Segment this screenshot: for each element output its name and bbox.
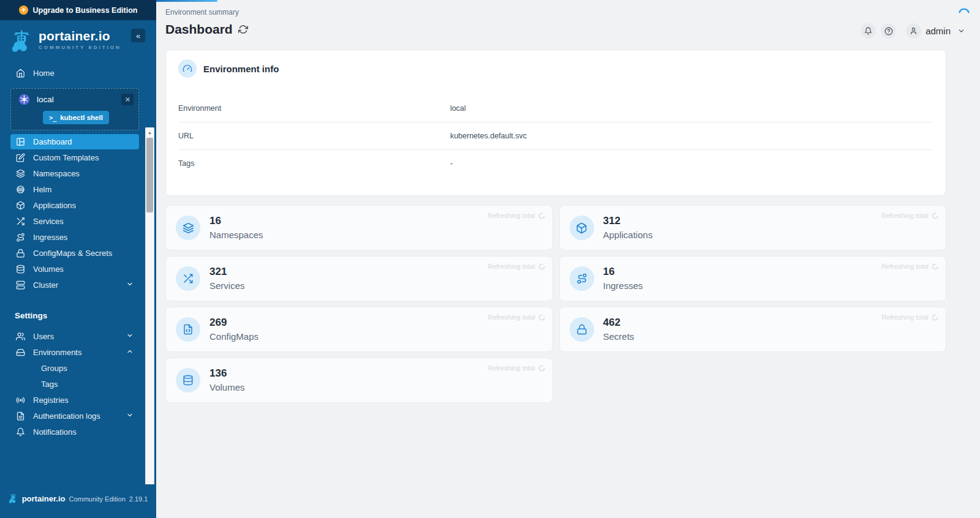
sidebar-item-label: Environments [33, 348, 81, 357]
table-row: Tags - [178, 150, 933, 177]
header-actions: admin [861, 23, 965, 39]
scroll-up-arrow-icon[interactable]: ▲ [146, 129, 154, 137]
main-content: Environment summary Dashboard admin Envi… [156, 0, 980, 518]
help-button[interactable] [881, 23, 896, 39]
sidebar-item-applications[interactable]: Applications [10, 198, 139, 213]
sidebar-item-home[interactable]: Home [10, 66, 139, 81]
spinner-icon [932, 263, 938, 270]
radio-icon [16, 396, 25, 405]
chevron-down-icon [957, 27, 965, 35]
stat-count: 16 [209, 215, 263, 227]
stat-count: 321 [209, 266, 245, 278]
refreshing-label: Refreshing total [881, 263, 929, 270]
stat-label: ConfigMaps [209, 331, 258, 342]
sidebar-item-groups[interactable]: Groups [10, 361, 139, 376]
refreshing-total-indicator: Refreshing total [881, 313, 938, 321]
brand-name: portainer.io [39, 29, 121, 43]
sidebar-item-configmaps-secrets[interactable]: ConfigMaps & Secrets [10, 246, 139, 261]
row-label: Environment [178, 104, 450, 113]
sidebar-item-label: Cluster [33, 280, 58, 290]
volumes-card[interactable]: 136 Volumes Refreshing total [165, 358, 553, 403]
stat-label: Ingresses [603, 280, 643, 291]
server-icon [16, 280, 25, 290]
refresh-icon[interactable] [238, 24, 248, 34]
stat-label: Namespaces [209, 229, 263, 241]
environment-close-button[interactable] [121, 94, 134, 105]
sidebar-item-namespaces[interactable]: Namespaces [10, 166, 139, 181]
upgrade-banner[interactable]: Upgrade to Business Edition [0, 0, 156, 20]
user-name: admin [925, 26, 951, 36]
stat-label: Volumes [209, 381, 245, 393]
box-icon [16, 201, 25, 210]
refreshing-total-indicator: Refreshing total [488, 364, 545, 372]
applications-card[interactable]: 312 Applications Refreshing total [559, 205, 947, 250]
loading-spinner-icon [957, 4, 971, 18]
ingresses-card[interactable]: 16 Ingresses Refreshing total [559, 256, 947, 301]
sidebar-item-dashboard[interactable]: Dashboard [10, 134, 139, 149]
sidebar-item-users[interactable]: Users [10, 329, 139, 344]
sidebar-item-label: Ingresses [33, 233, 67, 242]
refreshing-total-indicator: Refreshing total [881, 212, 938, 219]
namespaces-card[interactable]: 16 Namespaces Refreshing total [165, 205, 553, 250]
notifications-button[interactable] [861, 23, 876, 39]
sidebar-item-notifications[interactable]: Notifications [10, 424, 139, 440]
breadcrumb[interactable]: Environment summary [165, 0, 946, 17]
refreshing-label: Refreshing total [488, 364, 535, 372]
users-icon [16, 332, 25, 341]
bell-icon [16, 427, 25, 437]
chevron-down-icon [126, 411, 134, 421]
environment-box: local >_ kubectl shell [10, 88, 139, 130]
secrets-card[interactable]: 462 Secrets Refreshing total [559, 307, 947, 352]
spinner-icon [538, 314, 545, 321]
user-menu[interactable]: admin [906, 23, 965, 39]
sidebar-item-helm[interactable]: Helm [10, 182, 139, 197]
sidebar-item-cluster[interactable]: Cluster [10, 277, 139, 293]
sidebar: Upgrade to Business Edition portainer.io… [0, 0, 156, 518]
box-icon [570, 216, 594, 240]
layers-icon [16, 169, 25, 178]
home-icon [16, 69, 25, 78]
sidebar-item-tags[interactable]: Tags [10, 377, 139, 392]
sidebar-scrollbar[interactable]: ▲ ▼ [145, 127, 154, 484]
sidebar-footer: portainer.io Community Edition 2.19.1 [0, 484, 156, 518]
services-card[interactable]: 321 Services Refreshing total [165, 256, 553, 301]
dashboard-icon [16, 137, 25, 146]
sidebar-item-volumes[interactable]: Volumes [10, 261, 139, 277]
gauge-icon [178, 59, 197, 78]
sidebar-item-label: Services [33, 217, 64, 226]
kubernetes-icon [18, 94, 30, 105]
help-circle-icon [884, 27, 893, 36]
footer-edition: Community Edition [69, 495, 125, 503]
stat-label: Services [209, 280, 245, 291]
refreshing-label: Refreshing total [488, 212, 535, 219]
dashboard-stat-cards: 16 Namespaces Refreshing total 312 Appli… [165, 205, 946, 403]
sidebar-item-environments[interactable]: Environments [10, 345, 139, 360]
sidebar-item-label: Tags [41, 380, 58, 389]
row-value: - [450, 159, 453, 168]
scrollbar-thumb[interactable] [146, 138, 153, 212]
file-code-icon [176, 317, 200, 342]
row-value: kubernetes.default.svc [450, 132, 527, 140]
shuffle-icon [176, 266, 200, 291]
sidebar-item-label: Custom Templates [33, 153, 99, 162]
sidebar-item-label: Users [33, 332, 54, 341]
stat-label: Applications [603, 229, 653, 241]
spinner-icon [538, 263, 545, 270]
sidebar-item-label: Groups [41, 364, 67, 373]
table-row: URL kubernetes.default.svc [178, 122, 933, 150]
sidebar-item-authentication-logs[interactable]: Authentication logs [10, 408, 139, 424]
row-label: URL [178, 132, 450, 140]
route-icon [16, 233, 25, 242]
sidebar-item-label: Namespaces [33, 169, 80, 178]
kubectl-shell-button[interactable]: >_ kubectl shell [43, 111, 109, 124]
sidebar-item-services[interactable]: Services [10, 214, 139, 229]
sidebar-item-ingresses[interactable]: Ingresses [10, 230, 139, 245]
refreshing-total-indicator: Refreshing total [488, 212, 545, 219]
sidebar-collapse-button[interactable]: « [131, 29, 145, 42]
stat-label: Secrets [603, 331, 635, 342]
sidebar-item-registries[interactable]: Registries [10, 392, 139, 408]
configmaps-card[interactable]: 269 ConfigMaps Refreshing total [165, 307, 553, 352]
sidebar-item-label: Authentication logs [33, 411, 100, 421]
chevron-down-icon [126, 280, 134, 290]
sidebar-item-custom-templates[interactable]: Custom Templates [10, 150, 139, 165]
